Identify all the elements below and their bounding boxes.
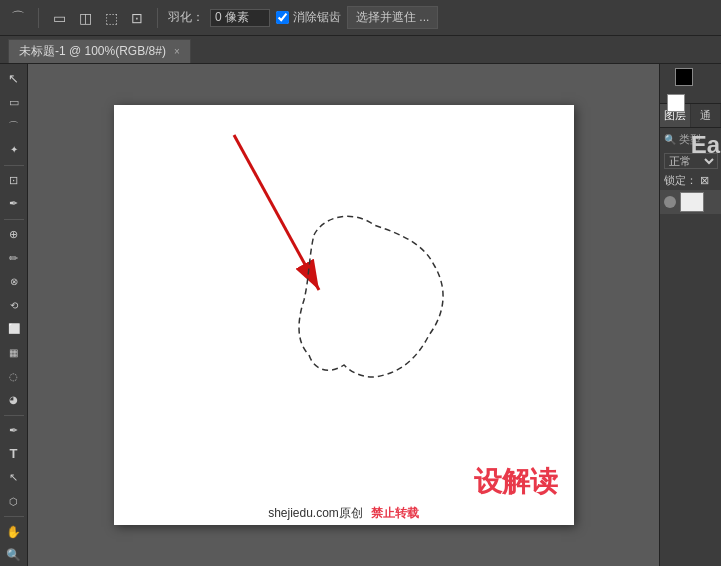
select-mask-button[interactable]: 选择并遮住 ... bbox=[347, 6, 438, 29]
zoom-tool-button[interactable]: 🔍 bbox=[2, 545, 26, 567]
top-toolbar: ⌒ ▭ ◫ ⬚ ⊡ 羽化： 消除锯齿 选择并遮住 ... bbox=[0, 0, 721, 36]
new-selection-icon[interactable]: ▭ bbox=[49, 8, 69, 28]
separator-1 bbox=[38, 8, 39, 28]
subtract-selection-icon[interactable]: ⬚ bbox=[101, 8, 121, 28]
clone-tool-button[interactable]: ⊗ bbox=[2, 271, 26, 293]
layer-item-1[interactable] bbox=[660, 190, 721, 214]
document-tab[interactable]: 未标题-1 @ 100%(RGB/8#) × bbox=[8, 39, 191, 63]
lock-label: 锁定： bbox=[664, 173, 697, 188]
layer-thumbnail bbox=[680, 192, 704, 212]
pen-tool-button[interactable]: ✒ bbox=[2, 419, 26, 441]
search-icon: 🔍 bbox=[664, 134, 676, 145]
left-toolbar: ↖ ▭ ⌒ ✦ ⊡ ✒ ⊕ ✏ ⊗ ⟲ ⬜ ▦ ◌ ◕ ✒ T ↖ ⬡ ✋ 🔍 bbox=[0, 64, 28, 566]
warning-text: 禁止转载 bbox=[371, 505, 419, 522]
move-tool-button[interactable]: ↖ bbox=[2, 68, 26, 90]
canvas[interactable]: 设解读 shejiedu.com原创 禁止转载 bbox=[114, 105, 574, 525]
separator-2 bbox=[157, 8, 158, 28]
selection-path bbox=[299, 216, 443, 377]
watermark-text: 设解读 bbox=[474, 466, 558, 497]
eyedropper-tool-button[interactable]: ✒ bbox=[2, 193, 26, 215]
antialias-checkbox[interactable] bbox=[276, 11, 289, 24]
feather-label: 羽化： bbox=[168, 9, 204, 26]
lasso-tool-button[interactable]: ⌒ bbox=[2, 115, 26, 137]
brush-tool-button[interactable]: ✏ bbox=[2, 247, 26, 269]
main-area: ↖ ▭ ⌒ ✦ ⊡ ✒ ⊕ ✏ ⊗ ⟲ ⬜ ▦ ◌ ◕ ✒ T ↖ ⬡ ✋ 🔍 bbox=[0, 64, 721, 566]
canvas-area: 设解读 shejiedu.com原创 禁止转载 bbox=[28, 64, 659, 566]
crop-tool-button[interactable]: ⊡ bbox=[2, 169, 26, 191]
add-selection-icon[interactable]: ◫ bbox=[75, 8, 95, 28]
feather-input[interactable] bbox=[210, 9, 270, 27]
left-separator-1 bbox=[4, 165, 24, 166]
intersect-selection-icon[interactable]: ⊡ bbox=[127, 8, 147, 28]
blur-tool-button[interactable]: ◌ bbox=[2, 365, 26, 387]
shape-tool-button[interactable]: ⬡ bbox=[2, 490, 26, 512]
dodge-tool-button[interactable]: ◕ bbox=[2, 389, 26, 411]
left-separator-2 bbox=[4, 219, 24, 220]
layer-visibility-toggle[interactable] bbox=[664, 196, 676, 208]
tab-bar: 未标题-1 @ 100%(RGB/8#) × bbox=[0, 36, 721, 64]
lock-icon[interactable]: ⊠ bbox=[700, 174, 709, 187]
eraser-tool-button[interactable]: ⬜ bbox=[2, 318, 26, 340]
foreground-color-swatch[interactable] bbox=[675, 68, 693, 86]
color-swatches bbox=[660, 64, 721, 104]
gradient-tool-button[interactable]: ▦ bbox=[2, 342, 26, 364]
left-separator-4 bbox=[4, 516, 24, 517]
ea-panel-label: Ea bbox=[691, 131, 720, 159]
hand-tool-button[interactable]: ✋ bbox=[2, 521, 26, 543]
url-text: shejiedu.com原创 bbox=[268, 505, 363, 522]
background-color-swatch[interactable] bbox=[667, 94, 685, 112]
path-select-tool-button[interactable]: ↖ bbox=[2, 467, 26, 489]
antialias-label: 消除锯齿 bbox=[293, 9, 341, 26]
antialias-group[interactable]: 消除锯齿 bbox=[276, 9, 341, 26]
text-tool-button[interactable]: T bbox=[2, 443, 26, 465]
tab-title: 未标题-1 @ 100%(RGB/8#) bbox=[19, 43, 166, 60]
history-brush-tool-button[interactable]: ⟲ bbox=[2, 294, 26, 316]
watermark: 设解读 bbox=[474, 463, 558, 501]
tab-close-button[interactable]: × bbox=[174, 46, 180, 57]
magic-wand-tool-button[interactable]: ✦ bbox=[2, 139, 26, 161]
channels-tab[interactable]: 通 bbox=[691, 104, 722, 127]
lock-row: 锁定： ⊠ bbox=[660, 171, 721, 190]
red-arrow bbox=[234, 135, 319, 290]
lasso-options-icon[interactable]: ⌒ bbox=[8, 8, 28, 28]
canvas-svg bbox=[114, 105, 574, 525]
bottom-url-bar: shejiedu.com原创 禁止转载 bbox=[114, 501, 574, 525]
healing-tool-button[interactable]: ⊕ bbox=[2, 224, 26, 246]
left-separator-3 bbox=[4, 415, 24, 416]
rect-select-tool-button[interactable]: ▭ bbox=[2, 92, 26, 114]
